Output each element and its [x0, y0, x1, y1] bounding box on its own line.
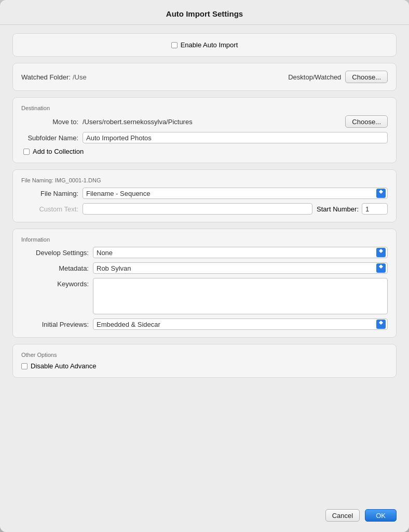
- start-number-label: Start Number:: [317, 205, 359, 213]
- other-options-label: Other Options: [21, 352, 388, 358]
- collection-row: Add to Collection: [21, 148, 388, 155]
- file-naming-label: File Naming:: [21, 190, 78, 197]
- enable-row: Enable Auto Import: [21, 41, 388, 49]
- custom-start-row: Custom Text: Start Number:: [21, 203, 388, 215]
- start-number-wrapper: Start Number:: [317, 203, 388, 215]
- file-naming-select-wrapper: Filename - Sequence Filename Sequence Cu…: [83, 188, 388, 199]
- watched-folder-section: Watched Folder: /Use Desktop/Watched Cho…: [12, 63, 397, 91]
- initial-previews-label: Initial Previews:: [21, 321, 89, 328]
- develop-settings-select-wrapper: None Default Custom: [93, 247, 388, 258]
- subfolder-label: Subfolder Name:: [21, 134, 78, 142]
- move-to-row: Move to: /Users/robert.sernekossylva/Pic…: [21, 115, 388, 128]
- information-section: Information Develop Settings: None Defau…: [12, 229, 397, 338]
- destination-label: Destination: [21, 105, 388, 111]
- dialog-content: Enable Auto Import Watched Folder: /Use …: [0, 25, 409, 501]
- develop-settings-select[interactable]: None Default Custom: [93, 247, 388, 258]
- dialog-footer: Cancel OK: [0, 501, 409, 532]
- watched-folder-left: Watched Folder: /Use: [21, 73, 87, 81]
- enable-section: Enable Auto Import: [12, 33, 397, 57]
- move-to-label: Move to:: [21, 118, 78, 126]
- metadata-row: Metadata: Rob Sylvan None Custom: [21, 262, 388, 274]
- file-naming-row: File Naming: Filename - Sequence Filenam…: [21, 188, 388, 199]
- enable-auto-import-checkbox[interactable]: [171, 42, 178, 48]
- information-label: Information: [21, 236, 388, 243]
- watched-folder-right: Desktop/Watched Choose...: [288, 71, 388, 83]
- title-bar: Auto Import Settings: [0, 0, 409, 25]
- metadata-label: Metadata:: [21, 264, 89, 272]
- disable-auto-advance-row[interactable]: Disable Auto Advance: [21, 362, 388, 370]
- move-to-path: /Users/robert.sernekossylva/Pictures: [83, 118, 341, 126]
- initial-previews-row: Initial Previews: Embedded & Sidecar Min…: [21, 318, 388, 330]
- watched-folder-path-full: Desktop/Watched: [288, 73, 341, 81]
- file-naming-section: File Naming: IMG_0001-1.DNG File Naming:…: [12, 169, 397, 222]
- initial-previews-select-wrapper: Embedded & Sidecar Minimal Standard 1:1: [93, 318, 388, 330]
- custom-text-label: Custom Text:: [21, 205, 78, 213]
- file-naming-select[interactable]: Filename - Sequence Filename Sequence Cu…: [83, 188, 388, 199]
- metadata-select-wrapper: Rob Sylvan None Custom: [93, 262, 388, 274]
- file-naming-preview: File Naming: IMG_0001-1.DNG: [21, 177, 388, 183]
- keywords-label: Keywords:: [21, 278, 89, 288]
- cancel-button[interactable]: Cancel: [325, 509, 360, 522]
- subfolder-row: Subfolder Name:: [21, 132, 388, 143]
- dialog-container: Auto Import Settings Enable Auto Import …: [0, 0, 409, 532]
- add-to-collection-checkbox[interactable]: [23, 149, 30, 155]
- destination-choose-button[interactable]: Choose...: [345, 115, 388, 128]
- disable-auto-advance-checkbox[interactable]: [21, 363, 28, 369]
- watched-folder-path-truncated: /Use: [73, 73, 87, 81]
- start-number-input[interactable]: [362, 203, 388, 215]
- disable-auto-advance-label: Disable Auto Advance: [31, 362, 96, 370]
- ok-button[interactable]: OK: [365, 509, 397, 522]
- destination-section: Destination Move to: /Users/robert.serne…: [12, 97, 397, 163]
- initial-previews-select[interactable]: Embedded & Sidecar Minimal Standard 1:1: [93, 318, 388, 330]
- develop-settings-row: Develop Settings: None Default Custom: [21, 247, 388, 258]
- add-to-collection-label: Add to Collection: [33, 148, 84, 155]
- subfolder-input[interactable]: [83, 132, 388, 143]
- watched-folder-row: Watched Folder: /Use Desktop/Watched Cho…: [21, 71, 388, 83]
- watched-folder-choose-button[interactable]: Choose...: [345, 71, 388, 83]
- enable-auto-import-label: Enable Auto Import: [181, 41, 238, 49]
- dialog-title: Auto Import Settings: [10, 9, 399, 18]
- keywords-textarea[interactable]: [93, 278, 388, 314]
- metadata-select[interactable]: Rob Sylvan None Custom: [93, 262, 388, 274]
- enable-checkbox-row[interactable]: Enable Auto Import: [171, 41, 238, 49]
- develop-settings-label: Develop Settings:: [21, 249, 89, 257]
- watched-folder-label: Watched Folder:: [21, 73, 71, 81]
- keywords-row: Keywords:: [21, 278, 388, 314]
- other-options-section: Other Options Disable Auto Advance: [12, 344, 397, 378]
- collection-checkbox-row[interactable]: Add to Collection: [23, 148, 84, 155]
- custom-text-input[interactable]: [83, 203, 312, 215]
